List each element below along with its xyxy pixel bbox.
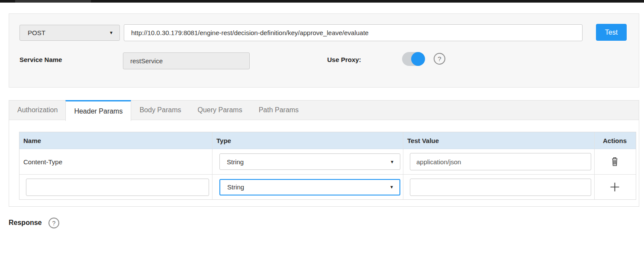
chevron-down-icon: ▼ xyxy=(390,185,394,189)
tab-authorization[interactable]: Authorization xyxy=(9,101,66,120)
table-header-row: Name Type Test Value Actions xyxy=(19,132,636,149)
params-table: Name Type Test Value Actions Content-Typ… xyxy=(19,132,636,200)
http-method-select[interactable]: POST ▼ xyxy=(19,25,120,41)
param-name-value: Content-Type xyxy=(19,149,213,174)
url-input[interactable] xyxy=(124,24,583,41)
new-param-name-input[interactable] xyxy=(26,179,209,196)
param-test-value-input[interactable] xyxy=(410,153,591,170)
request-config-panel: POST ▼ Test Service Name Use Proxy: ? xyxy=(9,13,639,88)
proxy-help-icon[interactable]: ? xyxy=(434,53,445,65)
browser-tab-strip xyxy=(15,0,91,3)
param-type-select[interactable]: String ▼ xyxy=(219,153,400,170)
header-params-panel: Name Type Test Value Actions Content-Typ… xyxy=(9,120,639,207)
browser-top-strip xyxy=(0,0,644,3)
param-type-value: String xyxy=(227,158,244,166)
tab-query-params[interactable]: Query Params xyxy=(189,101,250,120)
column-header-test-value: Test Value xyxy=(403,132,595,149)
add-row-button[interactable] xyxy=(608,180,622,194)
delete-row-button[interactable] xyxy=(609,155,621,168)
chevron-down-icon: ▼ xyxy=(109,30,113,35)
new-param-type-select[interactable]: String ▼ xyxy=(219,179,400,195)
plus-icon xyxy=(609,182,620,192)
service-name-input[interactable] xyxy=(123,52,250,69)
column-header-type: Type xyxy=(213,132,403,149)
tab-path-params[interactable]: Path Params xyxy=(251,101,307,120)
table-row: Content-Type String ▼ xyxy=(19,149,636,175)
chevron-down-icon: ▼ xyxy=(390,160,394,164)
response-heading: Response xyxy=(9,219,42,227)
tab-body-params[interactable]: Body Params xyxy=(131,101,189,120)
table-row: String ▼ xyxy=(19,175,636,199)
http-method-value: POST xyxy=(28,29,45,36)
tab-header-params[interactable]: Header Params xyxy=(65,100,131,121)
use-proxy-label: Use Proxy: xyxy=(327,56,361,63)
test-button[interactable]: Test xyxy=(596,24,627,41)
service-name-label: Service Name xyxy=(19,56,62,63)
toggle-knob xyxy=(411,52,425,66)
column-header-name: Name xyxy=(19,132,213,149)
response-help-icon[interactable]: ? xyxy=(48,218,59,228)
use-proxy-toggle[interactable] xyxy=(402,52,425,66)
trash-icon xyxy=(611,157,619,166)
new-param-type-value: String xyxy=(227,183,244,191)
column-header-actions: Actions xyxy=(595,132,635,149)
new-param-test-value-input[interactable] xyxy=(410,179,591,196)
params-tab-bar: Authorization Header Params Body Params … xyxy=(9,100,639,120)
